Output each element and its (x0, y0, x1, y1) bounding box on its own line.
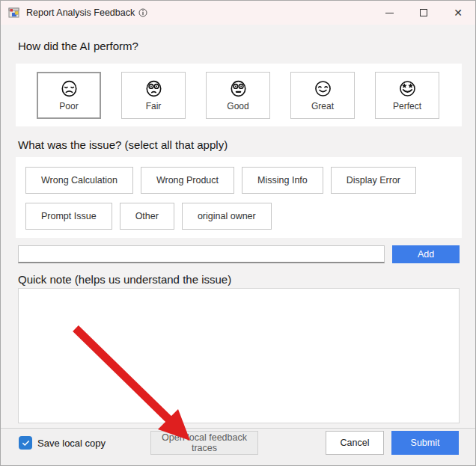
maximize-icon (420, 9, 427, 16)
issue-button-missing-info[interactable]: Missing Info (242, 167, 323, 194)
info-circle-icon (138, 8, 147, 17)
rating-label: Poor (59, 101, 78, 111)
save-local-copy-label: Save local copy (37, 438, 106, 449)
disappointed-face-icon (59, 79, 79, 99)
minimize-button[interactable] (372, 1, 406, 25)
issue-panel: Wrong Calculation Wrong Product Missing … (16, 157, 462, 238)
rating-panel: Poor Fair (16, 64, 462, 126)
smiling-face-icon (313, 79, 333, 99)
save-local-copy-checkbox[interactable]: Save local copy (19, 436, 106, 450)
rating-label: Great (311, 101, 334, 111)
window-controls: ✕ (372, 1, 475, 25)
rating-button-perfect[interactable]: Perfect (375, 72, 439, 119)
checkbox-checked-icon (19, 436, 32, 450)
close-icon: ✕ (454, 7, 463, 18)
issue-row-2: Prompt Issue Other original owner (25, 203, 462, 230)
rating-button-fair[interactable]: Fair (121, 72, 186, 119)
issue-button-display-error[interactable]: Display Error (331, 167, 416, 194)
minimize-icon (385, 13, 394, 13)
close-button[interactable]: ✕ (441, 1, 475, 25)
maximize-button[interactable] (406, 1, 441, 25)
custom-issue-input[interactable] (18, 245, 385, 263)
rating-button-poor[interactable]: Poor (37, 72, 101, 119)
issue-button-prompt-issue[interactable]: Prompt Issue (25, 203, 112, 230)
issue-question: What was the issue? (select all that app… (18, 138, 228, 151)
issue-button-original-owner[interactable]: original owner (182, 203, 272, 230)
worried-wide-eyes-face-icon (144, 79, 164, 99)
open-local-feedback-traces-button[interactable]: Open local feedback traces (150, 431, 258, 455)
rating-question: How did the AI perform? (18, 40, 138, 52)
rating-label: Good (227, 101, 248, 111)
title-bar: Report Analysis Feedback ✕ (1, 1, 475, 25)
cancel-button[interactable]: Cancel (326, 431, 384, 455)
neutral-wide-eyes-face-icon (228, 79, 248, 99)
window-title-text: Report Analysis Feedback (26, 7, 135, 18)
submit-button[interactable]: Submit (391, 431, 459, 455)
issue-button-wrong-calculation[interactable]: Wrong Calculation (25, 167, 133, 194)
issue-button-wrong-product[interactable]: Wrong Product (141, 167, 234, 194)
issue-button-other[interactable]: Other (120, 203, 174, 230)
app-icon (8, 7, 20, 19)
issue-row-1: Wrong Calculation Wrong Product Missing … (25, 167, 462, 194)
rating-label: Fair (146, 101, 162, 111)
add-issue-button[interactable]: Add (392, 245, 460, 263)
window-title: Report Analysis Feedback (26, 7, 147, 18)
quick-note-textarea[interactable] (18, 288, 460, 423)
star-struck-face-icon (397, 79, 418, 99)
note-label: Quick note (helps us understand the issu… (18, 273, 231, 286)
rating-label: Perfect (393, 101, 421, 111)
dialog-window: Report Analysis Feedback ✕ How did the A… (0, 0, 476, 466)
rating-button-great[interactable]: Great (290, 72, 355, 119)
rating-button-good[interactable]: Good (206, 72, 270, 119)
